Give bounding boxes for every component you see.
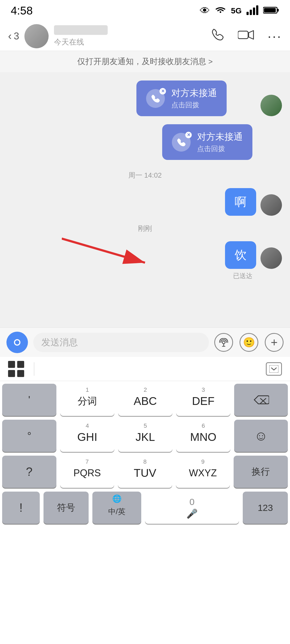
input-action-icons: 🙂 + xyxy=(214,333,284,352)
grid-icon[interactable] xyxy=(8,361,24,377)
key-delete[interactable] xyxy=(234,384,288,416)
missed-call-bubble-2[interactable]: ✕ 对方未接通 点击回拨 xyxy=(162,124,252,160)
missed-call-2-row: ✕ 对方未接通 点击回拨 xyxy=(8,124,282,160)
key-1-label: 分词 xyxy=(78,395,97,408)
key-enter[interactable]: 换行 xyxy=(234,456,288,488)
status-bar: 4:58 👁 5G xyxy=(0,0,290,21)
key-exclaim[interactable]: ! xyxy=(2,492,40,524)
user-avatar-1 xyxy=(260,95,282,116)
svg-line-10 xyxy=(62,239,145,263)
key-123-label: 123 xyxy=(258,503,273,513)
key-lang[interactable]: 🌐 中/英 xyxy=(92,492,141,524)
key-123[interactable]: 123 xyxy=(243,492,288,524)
key-degree[interactable]: ° xyxy=(2,420,56,452)
add-icon[interactable]: + xyxy=(265,333,284,352)
input-bar: 发送消息 🙂 + xyxy=(0,327,290,357)
keyboard-toolbar-right xyxy=(266,362,282,376)
voice-button[interactable] xyxy=(6,332,28,353)
key-symbol-label: 符号 xyxy=(57,502,75,514)
key-1-number: 1 xyxy=(86,386,89,393)
key-2-number: 2 xyxy=(144,386,147,393)
missed-call-phone-icon-1: ✕ xyxy=(146,89,165,108)
key-2-abc[interactable]: 2 ABC xyxy=(118,384,172,416)
wifi-icon xyxy=(215,5,226,17)
signal-icon xyxy=(247,5,258,16)
svg-rect-7 xyxy=(238,31,248,39)
svg-rect-6 xyxy=(264,8,276,12)
key-4-number: 4 xyxy=(86,422,89,429)
nav-actions: ··· xyxy=(211,28,282,45)
key-5-label: JKL xyxy=(136,431,155,444)
key-row-2: ° 4 GHI 5 JKL 6 MNO ☺ xyxy=(2,420,288,452)
chat-area: ✕ 对方未接通 点击回拨 ✕ 对方未接通 点击回拨 周一 14:02 啊 刚 xyxy=(0,72,290,327)
voice-wave-icon[interactable] xyxy=(214,333,233,352)
msg-bubble-2[interactable]: 饮 xyxy=(225,241,256,269)
key-9-label: WXYZ xyxy=(189,467,217,479)
battery-icon xyxy=(263,6,279,15)
key-7-pqrs[interactable]: 7 PQRS xyxy=(60,456,114,488)
timestamp-1: 周一 14:02 xyxy=(8,168,282,183)
key-2-label: ABC xyxy=(134,395,157,408)
key-5-jkl[interactable]: 5 JKL xyxy=(118,420,172,452)
key-6-label: MNO xyxy=(190,431,216,444)
key-lang-label: 中/英 xyxy=(108,507,125,517)
svg-rect-17 xyxy=(269,365,278,373)
key-3-def[interactable]: 3 DEF xyxy=(176,384,230,416)
key-exclaim-label: ! xyxy=(19,501,23,514)
more-icon[interactable]: ··· xyxy=(267,28,282,44)
missed-call-bubble-1[interactable]: ✕ 对方未接通 点击回拨 xyxy=(136,80,227,116)
key-apostrophe-label: ' xyxy=(28,394,30,406)
key-question[interactable]: ? xyxy=(2,456,56,488)
key-3-number: 3 xyxy=(202,386,205,393)
key-9-wxyz[interactable]: 9 WXYZ xyxy=(176,456,230,488)
video-call-icon[interactable] xyxy=(238,28,254,44)
svg-rect-0 xyxy=(247,12,249,15)
collapse-keyboard-button[interactable] xyxy=(266,362,282,376)
phone-call-icon[interactable] xyxy=(211,28,224,45)
status-icons: 👁 5G xyxy=(200,5,279,17)
svg-rect-1 xyxy=(250,10,252,15)
missed-call-text-1: 对方未接通 点击回拨 xyxy=(171,87,217,110)
avatar xyxy=(24,24,49,48)
key-3-label: DEF xyxy=(192,395,215,408)
back-chevron-icon: ‹ xyxy=(8,30,12,42)
user-avatar-3 xyxy=(260,247,282,269)
svg-marker-8 xyxy=(249,31,253,39)
key-1-fenci[interactable]: 1 分词 xyxy=(60,384,114,416)
svg-point-13 xyxy=(16,341,18,343)
input-placeholder: 发送消息 xyxy=(41,336,78,349)
keyboard-main: ' 1 分词 2 ABC 3 DEF ° 4 GHI xyxy=(0,381,290,526)
user-avatar-2 xyxy=(260,194,282,216)
key-9-number: 9 xyxy=(201,458,204,465)
msg-bubble-1[interactable]: 啊 xyxy=(225,188,256,216)
key-4-label: GHI xyxy=(77,431,97,444)
key-row-3: ? 7 PQRS 8 TUV 9 WXYZ 换行 xyxy=(2,456,288,488)
key-row-4: ! 符号 🌐 中/英 0 🎤 123 xyxy=(2,492,288,524)
key-8-label: TUV xyxy=(134,467,156,480)
key-5-number: 5 xyxy=(144,422,147,429)
notice-bar[interactable]: 仅打开朋友通知，及时接收朋友消息 > xyxy=(0,51,290,72)
notice-text: 仅打开朋友通知，及时接收朋友消息 xyxy=(77,56,206,67)
sent-label: 已送达 xyxy=(8,272,252,280)
missed-call-1-row: ✕ 对方未接通 点击回拨 xyxy=(8,80,282,116)
key-apostrophe[interactable]: ' xyxy=(2,384,56,416)
key-6-mno[interactable]: 6 MNO xyxy=(176,420,230,452)
contact-name xyxy=(54,25,108,35)
key-symbol[interactable]: 符号 xyxy=(44,492,89,524)
contact-status: 今天在线 xyxy=(54,37,206,47)
red-arrow xyxy=(62,233,158,269)
key-question-label: ? xyxy=(26,465,32,478)
status-time: 4:58 xyxy=(11,4,33,17)
svg-rect-2 xyxy=(253,8,255,15)
nav-back[interactable]: ‹ 3 xyxy=(8,30,19,42)
key-space[interactable]: 0 🎤 xyxy=(145,492,239,524)
message-input[interactable]: 发送消息 xyxy=(33,333,209,352)
key-8-tuv[interactable]: 8 TUV xyxy=(118,456,172,488)
toolbar-divider xyxy=(34,362,34,376)
key-smiley[interactable]: ☺ xyxy=(234,420,288,452)
nav-info: 今天在线 xyxy=(54,25,206,47)
key-row-1: ' 1 分词 2 ABC 3 DEF xyxy=(2,384,288,416)
key-4-ghi[interactable]: 4 GHI xyxy=(60,420,114,452)
emoji-icon[interactable]: 🙂 xyxy=(240,333,258,352)
msg-row-2-container: 饮 xyxy=(8,241,282,269)
